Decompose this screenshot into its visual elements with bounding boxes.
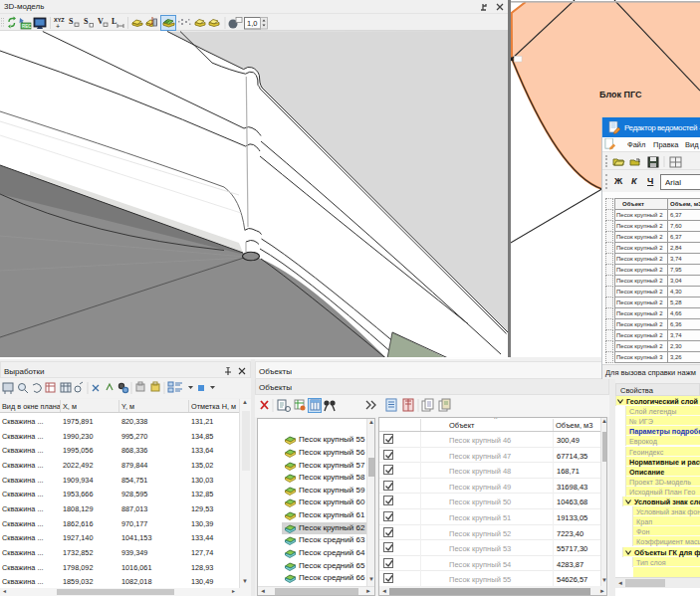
svg-text:S: S <box>84 17 89 26</box>
svg-text:L: L <box>112 17 117 26</box>
svg-text:Блок ПГС: Блок ПГС <box>599 90 642 99</box>
svg-text:S: S <box>69 17 74 26</box>
svg-text:1,0: 1,0 <box>247 19 257 28</box>
svg-text:V: V <box>98 17 104 26</box>
svg-text:+: + <box>56 23 60 30</box>
svg-text:REC: REC <box>22 24 32 29</box>
